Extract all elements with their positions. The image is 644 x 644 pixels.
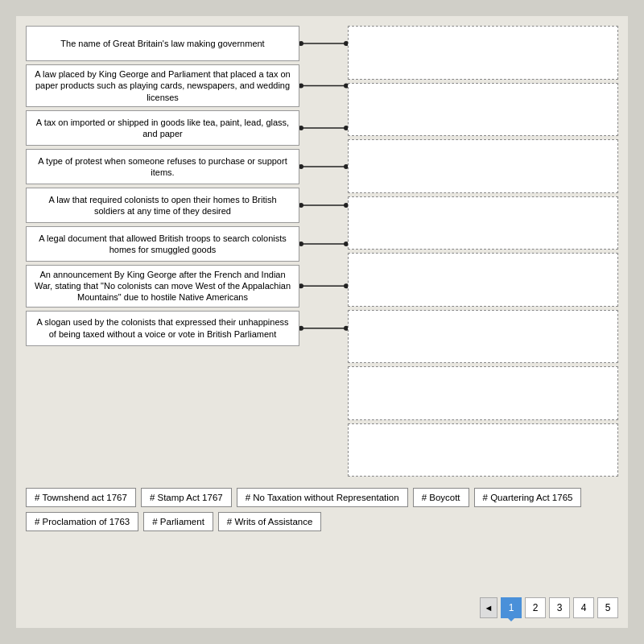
word-chip-1[interactable]: # Townshend act 1767 (26, 488, 136, 507)
left-item-5: A law that required colonists to open th… (26, 188, 299, 223)
left-item-2: A law placed by King George and Parliame… (26, 64, 299, 107)
svg-point-5 (344, 83, 348, 88)
matching-area: The name of Great Britain's law making g… (26, 26, 618, 477)
left-item-1: The name of Great Britain's law making g… (26, 26, 299, 61)
svg-point-16 (299, 242, 303, 246)
page-container: The name of Great Britain's law making g… (16, 16, 628, 628)
word-chip-7[interactable]: # Parliament (143, 512, 213, 531)
page-button-1[interactable]: 1 (501, 597, 522, 618)
word-chip-4[interactable]: # Boycott (413, 488, 469, 507)
right-column (348, 26, 618, 477)
connectors-area (299, 26, 348, 477)
right-answer-box-6[interactable] (348, 310, 618, 364)
left-item-7: An announcement By King George after the… (26, 265, 299, 308)
svg-point-2 (344, 41, 348, 46)
page-button-3[interactable]: 3 (549, 597, 570, 618)
svg-point-19 (299, 283, 303, 288)
svg-point-13 (299, 203, 303, 208)
svg-point-1 (299, 41, 303, 46)
prev-page-button[interactable]: ◄ (480, 597, 497, 618)
right-answer-box-3[interactable] (348, 139, 618, 193)
word-chip-5[interactable]: # Quartering Act 1765 (474, 488, 582, 507)
right-answer-box-5[interactable] (348, 253, 618, 307)
word-chip-2[interactable]: # Stamp Act 1767 (141, 488, 232, 507)
left-item-6: A legal document that allowed British tr… (26, 226, 299, 262)
left-column: The name of Great Britain's law making g… (26, 26, 299, 477)
svg-point-7 (299, 126, 303, 130)
svg-point-23 (344, 326, 348, 331)
svg-point-4 (299, 83, 303, 88)
page-button-2[interactable]: 2 (525, 597, 546, 618)
word-bank: # Townshend act 1767# Stamp Act 1767# No… (26, 488, 618, 531)
left-item-3: A tax on imported or shipped in goods li… (26, 110, 299, 146)
word-chip-8[interactable]: # Writs of Assistance (218, 512, 322, 531)
svg-point-10 (299, 164, 303, 169)
right-answer-box-4[interactable] (348, 196, 618, 250)
word-chip-3[interactable]: # No Taxation without Representation (237, 488, 408, 507)
left-item-8: A slogan used by the colonists that expr… (26, 311, 299, 346)
svg-point-17 (344, 242, 348, 246)
page-button-5[interactable]: 5 (597, 597, 618, 618)
svg-point-8 (344, 126, 348, 130)
svg-point-11 (344, 164, 348, 169)
right-answer-box-7[interactable] (348, 366, 618, 420)
svg-point-22 (299, 326, 303, 331)
word-chip-6[interactable]: # Proclamation of 1763 (26, 512, 138, 531)
right-answer-box-2[interactable] (348, 83, 618, 137)
left-item-4: A type of protest when someone refuses t… (26, 149, 299, 184)
svg-point-20 (344, 283, 348, 288)
svg-point-14 (344, 203, 348, 208)
page-button-4[interactable]: 4 (573, 597, 594, 618)
right-answer-box-1[interactable] (348, 26, 618, 80)
right-answer-box-8[interactable] (348, 423, 618, 477)
pagination: ◄ 12345 (480, 597, 618, 618)
